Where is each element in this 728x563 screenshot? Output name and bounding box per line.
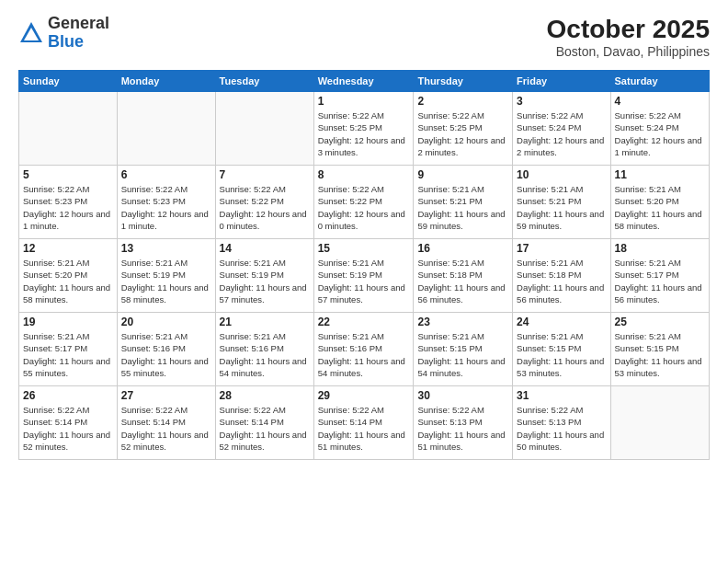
location: Boston, Davao, Philippines — [547, 44, 710, 59]
calendar-table: Sunday Monday Tuesday Wednesday Thursday… — [18, 70, 710, 460]
day-number: 14 — [220, 242, 310, 255]
calendar-cell: 6Sunrise: 5:22 AM Sunset: 5:23 PM Daylig… — [117, 166, 215, 239]
day-number: 17 — [517, 242, 606, 255]
day-info: Sunrise: 5:22 AM Sunset: 5:14 PM Dayligh… — [121, 404, 211, 453]
day-info: Sunrise: 5:21 AM Sunset: 5:17 PM Dayligh… — [23, 330, 113, 379]
calendar-cell: 2Sunrise: 5:22 AM Sunset: 5:25 PM Daylig… — [414, 92, 513, 166]
day-number: 22 — [318, 316, 410, 328]
calendar-cell: 31Sunrise: 5:22 AM Sunset: 5:13 PM Dayli… — [513, 386, 610, 460]
calendar-cell: 18Sunrise: 5:21 AM Sunset: 5:17 PM Dayli… — [610, 239, 709, 313]
calendar-cell: 4Sunrise: 5:22 AM Sunset: 5:24 PM Daylig… — [610, 92, 709, 166]
calendar-cell: 23Sunrise: 5:21 AM Sunset: 5:15 PM Dayli… — [414, 313, 513, 386]
calendar-cell — [215, 92, 313, 166]
title-area: October 2025 Boston, Davao, Philippines — [547, 15, 710, 59]
day-info: Sunrise: 5:22 AM Sunset: 5:24 PM Dayligh… — [517, 109, 606, 158]
day-number: 9 — [417, 168, 508, 181]
calendar-cell: 27Sunrise: 5:22 AM Sunset: 5:14 PM Dayli… — [117, 386, 215, 460]
day-info: Sunrise: 5:21 AM Sunset: 5:18 PM Dayligh… — [417, 257, 508, 305]
month-title: October 2025 — [547, 15, 710, 44]
col-sunday: Sunday — [19, 71, 118, 92]
col-thursday: Thursday — [414, 71, 513, 92]
day-info: Sunrise: 5:21 AM Sunset: 5:16 PM Dayligh… — [121, 330, 211, 379]
calendar-cell: 28Sunrise: 5:22 AM Sunset: 5:14 PM Dayli… — [215, 386, 313, 460]
calendar-cell — [610, 386, 709, 460]
calendar-body: 1Sunrise: 5:22 AM Sunset: 5:25 PM Daylig… — [19, 92, 710, 460]
calendar-cell: 22Sunrise: 5:21 AM Sunset: 5:16 PM Dayli… — [313, 313, 414, 386]
day-info: Sunrise: 5:22 AM Sunset: 5:23 PM Dayligh… — [121, 183, 211, 232]
logo-icon — [18, 20, 44, 46]
day-number: 7 — [220, 168, 310, 181]
day-number: 27 — [121, 389, 211, 402]
calendar-cell: 3Sunrise: 5:22 AM Sunset: 5:24 PM Daylig… — [513, 92, 610, 166]
col-wednesday: Wednesday — [313, 71, 414, 92]
logo: General Blue — [18, 15, 109, 52]
day-number: 25 — [615, 316, 705, 328]
day-number: 4 — [615, 95, 705, 108]
calendar-week-4: 19Sunrise: 5:21 AM Sunset: 5:17 PM Dayli… — [19, 313, 710, 386]
day-number: 13 — [121, 242, 211, 255]
day-info: Sunrise: 5:21 AM Sunset: 5:20 PM Dayligh… — [23, 257, 113, 305]
calendar-week-5: 26Sunrise: 5:22 AM Sunset: 5:14 PM Dayli… — [19, 386, 710, 460]
day-number: 18 — [615, 242, 705, 255]
day-info: Sunrise: 5:22 AM Sunset: 5:13 PM Dayligh… — [517, 404, 606, 453]
day-number: 1 — [318, 95, 410, 108]
day-info: Sunrise: 5:21 AM Sunset: 5:15 PM Dayligh… — [615, 330, 705, 379]
day-info: Sunrise: 5:22 AM Sunset: 5:14 PM Dayligh… — [23, 404, 113, 453]
day-number: 23 — [417, 316, 508, 328]
calendar-cell: 11Sunrise: 5:21 AM Sunset: 5:20 PM Dayli… — [610, 166, 709, 239]
day-info: Sunrise: 5:21 AM Sunset: 5:15 PM Dayligh… — [417, 330, 508, 379]
calendar-cell: 30Sunrise: 5:22 AM Sunset: 5:13 PM Dayli… — [414, 386, 513, 460]
day-number: 31 — [517, 389, 606, 402]
calendar-cell: 20Sunrise: 5:21 AM Sunset: 5:16 PM Dayli… — [117, 313, 215, 386]
day-info: Sunrise: 5:21 AM Sunset: 5:19 PM Dayligh… — [220, 257, 310, 305]
day-info: Sunrise: 5:22 AM Sunset: 5:13 PM Dayligh… — [417, 404, 508, 453]
day-number: 24 — [517, 316, 606, 328]
day-info: Sunrise: 5:21 AM Sunset: 5:19 PM Dayligh… — [318, 257, 410, 305]
calendar-cell: 17Sunrise: 5:21 AM Sunset: 5:18 PM Dayli… — [513, 239, 610, 313]
day-number: 10 — [517, 168, 606, 181]
col-tuesday: Tuesday — [215, 71, 313, 92]
day-number: 6 — [121, 168, 211, 181]
day-info: Sunrise: 5:22 AM Sunset: 5:22 PM Dayligh… — [220, 183, 310, 232]
calendar-cell: 1Sunrise: 5:22 AM Sunset: 5:25 PM Daylig… — [313, 92, 414, 166]
col-monday: Monday — [117, 71, 215, 92]
calendar-cell: 26Sunrise: 5:22 AM Sunset: 5:14 PM Dayli… — [19, 386, 118, 460]
calendar-cell: 19Sunrise: 5:21 AM Sunset: 5:17 PM Dayli… — [19, 313, 118, 386]
day-number: 12 — [23, 242, 113, 255]
day-number: 26 — [23, 389, 113, 402]
calendar-cell: 7Sunrise: 5:22 AM Sunset: 5:22 PM Daylig… — [215, 166, 313, 239]
day-info: Sunrise: 5:21 AM Sunset: 5:16 PM Dayligh… — [220, 330, 310, 379]
day-info: Sunrise: 5:21 AM Sunset: 5:16 PM Dayligh… — [318, 330, 410, 379]
calendar-cell: 29Sunrise: 5:22 AM Sunset: 5:14 PM Dayli… — [313, 386, 414, 460]
day-info: Sunrise: 5:21 AM Sunset: 5:19 PM Dayligh… — [121, 257, 211, 305]
calendar-cell: 24Sunrise: 5:21 AM Sunset: 5:15 PM Dayli… — [513, 313, 610, 386]
calendar-header-row: Sunday Monday Tuesday Wednesday Thursday… — [19, 71, 710, 92]
day-number: 21 — [220, 316, 310, 328]
calendar-week-1: 1Sunrise: 5:22 AM Sunset: 5:25 PM Daylig… — [19, 92, 710, 166]
day-number: 16 — [417, 242, 508, 255]
calendar-cell: 9Sunrise: 5:21 AM Sunset: 5:21 PM Daylig… — [414, 166, 513, 239]
day-number: 8 — [318, 168, 410, 181]
calendar-week-3: 12Sunrise: 5:21 AM Sunset: 5:20 PM Dayli… — [19, 239, 710, 313]
day-info: Sunrise: 5:21 AM Sunset: 5:18 PM Dayligh… — [517, 257, 606, 305]
calendar-cell: 10Sunrise: 5:21 AM Sunset: 5:21 PM Dayli… — [513, 166, 610, 239]
calendar-cell: 21Sunrise: 5:21 AM Sunset: 5:16 PM Dayli… — [215, 313, 313, 386]
day-number: 30 — [417, 389, 508, 402]
calendar-cell: 12Sunrise: 5:21 AM Sunset: 5:20 PM Dayli… — [19, 239, 118, 313]
calendar-cell: 15Sunrise: 5:21 AM Sunset: 5:19 PM Dayli… — [313, 239, 414, 313]
calendar-cell: 16Sunrise: 5:21 AM Sunset: 5:18 PM Dayli… — [414, 239, 513, 313]
calendar-page: General Blue October 2025 Boston, Davao,… — [0, 0, 728, 563]
day-info: Sunrise: 5:22 AM Sunset: 5:25 PM Dayligh… — [318, 109, 410, 158]
day-info: Sunrise: 5:22 AM Sunset: 5:14 PM Dayligh… — [220, 404, 310, 453]
day-info: Sunrise: 5:21 AM Sunset: 5:17 PM Dayligh… — [615, 257, 705, 305]
day-info: Sunrise: 5:21 AM Sunset: 5:20 PM Dayligh… — [615, 183, 705, 232]
day-info: Sunrise: 5:22 AM Sunset: 5:23 PM Dayligh… — [23, 183, 113, 232]
calendar-cell — [117, 92, 215, 166]
day-number: 5 — [23, 168, 113, 181]
calendar-cell: 14Sunrise: 5:21 AM Sunset: 5:19 PM Dayli… — [215, 239, 313, 313]
day-info: Sunrise: 5:22 AM Sunset: 5:14 PM Dayligh… — [318, 404, 410, 453]
day-number: 28 — [220, 389, 310, 402]
day-number: 2 — [417, 95, 508, 108]
calendar-cell: 25Sunrise: 5:21 AM Sunset: 5:15 PM Dayli… — [610, 313, 709, 386]
day-number: 11 — [615, 168, 705, 181]
